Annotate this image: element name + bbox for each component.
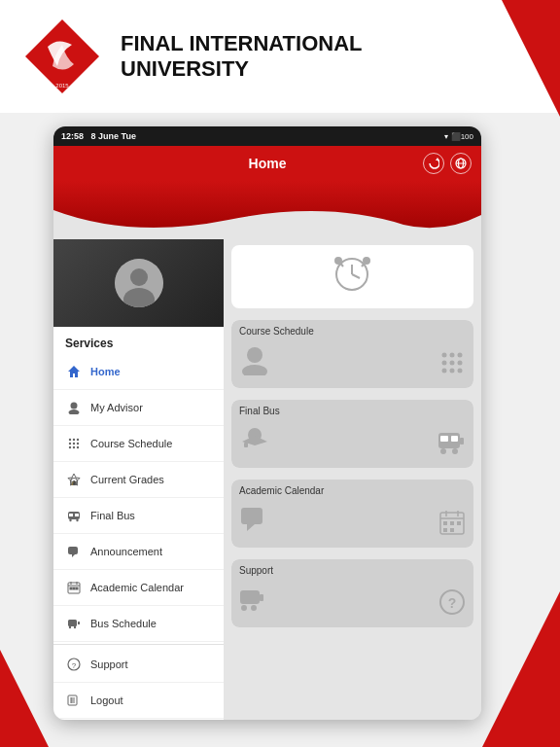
sidebar-item-academic-calendar[interactable]: Academic Calendar [53, 570, 224, 606]
svg-point-83 [241, 605, 247, 611]
academic-calendar-card-top: Academic Calendar [231, 480, 473, 548]
academic-calendar-chat-icon [239, 504, 270, 542]
wave-decoration [53, 181, 481, 239]
svg-rect-65 [244, 443, 248, 447]
svg-point-16 [77, 443, 79, 445]
app-title: FINAL INTERNATIONAL UNIVERSITY [121, 31, 363, 83]
sidebar-item-home[interactable]: Home [53, 354, 224, 390]
status-bar-right: ▾ ⬛100 [444, 132, 473, 141]
course-schedule-grid-icon [438, 349, 466, 382]
sidebar-item-final-bus[interactable]: Final Bus [53, 498, 224, 534]
course-schedule-card-label: Course Schedule [239, 326, 314, 337]
svg-point-17 [69, 446, 71, 448]
svg-point-36 [69, 626, 71, 628]
support-card-label: Support [239, 565, 273, 576]
svg-point-37 [74, 626, 76, 628]
sidebar-bus-schedule-label: Bus Schedule [90, 618, 157, 629]
svg-rect-32 [70, 587, 72, 589]
svg-point-62 [450, 369, 455, 374]
sidebar-item-logout[interactable]: Logout [53, 683, 224, 719]
right-panel: Course Schedule [224, 239, 481, 720]
alarm-card[interactable] [231, 245, 473, 308]
status-time: 12:58 8 June Tue [61, 131, 136, 141]
sidebar-logout-label: Logout [90, 694, 123, 706]
avatar [115, 259, 163, 307]
support-icon: ? [65, 656, 83, 673]
svg-text:2015: 2015 [55, 83, 69, 89]
sidebar-divider [53, 644, 224, 645]
sidebar-item-course-schedule[interactable]: Course Schedule [53, 426, 224, 462]
svg-point-61 [442, 369, 447, 374]
svg-rect-34 [76, 587, 78, 589]
status-bar: 12:58 8 June Tue ▾ ⬛100 [53, 126, 481, 146]
final-bus-card-top: Final Bus [231, 400, 473, 468]
svg-text:?: ? [448, 595, 457, 611]
nav-globe-icon[interactable] [450, 153, 472, 174]
svg-point-14 [69, 443, 71, 445]
svg-point-15 [73, 443, 75, 445]
bus-icon [65, 507, 83, 524]
svg-rect-79 [457, 521, 461, 525]
wifi-icon: ▾ [444, 132, 448, 141]
svg-rect-27 [68, 547, 78, 554]
sidebar-item-grades[interactable]: 🎓 Current Grades [53, 462, 224, 498]
svg-rect-78 [450, 521, 454, 525]
sidebar-home-label: Home [90, 366, 121, 377]
svg-point-70 [452, 448, 458, 454]
sidebar-item-support[interactable]: ? Support [53, 647, 224, 683]
svg-text:🎓: 🎓 [71, 480, 78, 486]
course-schedule-icon [65, 435, 83, 452]
svg-point-60 [458, 361, 463, 366]
svg-rect-82 [240, 590, 260, 604]
svg-point-19 [77, 446, 79, 448]
svg-point-10 [69, 409, 80, 414]
main-content: Services Home My Advisor [53, 239, 481, 720]
svg-marker-2 [436, 158, 439, 160]
svg-rect-85 [260, 594, 263, 601]
svg-point-53 [247, 347, 262, 363]
services-label: Services [53, 327, 224, 354]
svg-point-63 [458, 369, 463, 374]
svg-rect-72 [241, 508, 262, 524]
sidebar-advisor-label: My Advisor [90, 402, 143, 413]
sidebar-item-advisor[interactable]: My Advisor [53, 390, 224, 426]
sidebar: Services Home My Advisor [53, 239, 224, 720]
device-frame: 12:58 8 June Tue ▾ ⬛100 Home [53, 126, 481, 720]
svg-point-55 [442, 353, 447, 358]
sidebar-support-label: Support [90, 658, 128, 670]
nav-bar: Home [53, 146, 481, 181]
final-bus-grad-icon [239, 424, 270, 462]
svg-point-57 [458, 353, 463, 358]
svg-point-56 [450, 353, 455, 358]
final-bus-card[interactable]: Final Bus [231, 400, 473, 468]
app-header: 2015 FINAL INTERNATIONAL UNIVERSITY [0, 0, 560, 113]
nav-refresh-icon[interactable] [423, 153, 444, 174]
sidebar-calendar-label: Academic Calendar [90, 582, 184, 593]
battery-icon: ⬛100 [451, 132, 473, 141]
svg-rect-24 [75, 514, 79, 516]
sidebar-item-announcement[interactable]: Announcement [53, 534, 224, 570]
sidebar-item-bus-schedule[interactable]: Bus Schedule [53, 606, 224, 642]
support-question-icon: ? [438, 588, 466, 622]
alarm-icon [331, 251, 374, 303]
academic-calendar-card-label: Academic Calendar [239, 485, 324, 496]
svg-point-25 [69, 519, 71, 521]
svg-rect-71 [460, 438, 464, 445]
svg-point-69 [440, 448, 446, 454]
sidebar-course-label: Course Schedule [90, 438, 172, 449]
sidebar-grades-label: Current Grades [90, 474, 164, 485]
svg-point-18 [73, 446, 75, 448]
final-bus-bus-icon [437, 429, 466, 462]
nav-bar-icons [423, 153, 472, 174]
announcement-icon [65, 543, 83, 560]
svg-point-51 [335, 258, 341, 264]
course-schedule-card-top: Course Schedule [231, 320, 473, 388]
svg-point-12 [73, 439, 75, 441]
support-card[interactable]: Support ? [231, 559, 473, 627]
svg-rect-67 [440, 436, 448, 442]
svg-point-52 [364, 258, 369, 264]
svg-point-26 [76, 519, 78, 521]
svg-point-59 [450, 361, 455, 366]
academic-calendar-card[interactable]: Academic Calendar [231, 480, 473, 548]
course-schedule-card[interactable]: Course Schedule [231, 320, 473, 388]
